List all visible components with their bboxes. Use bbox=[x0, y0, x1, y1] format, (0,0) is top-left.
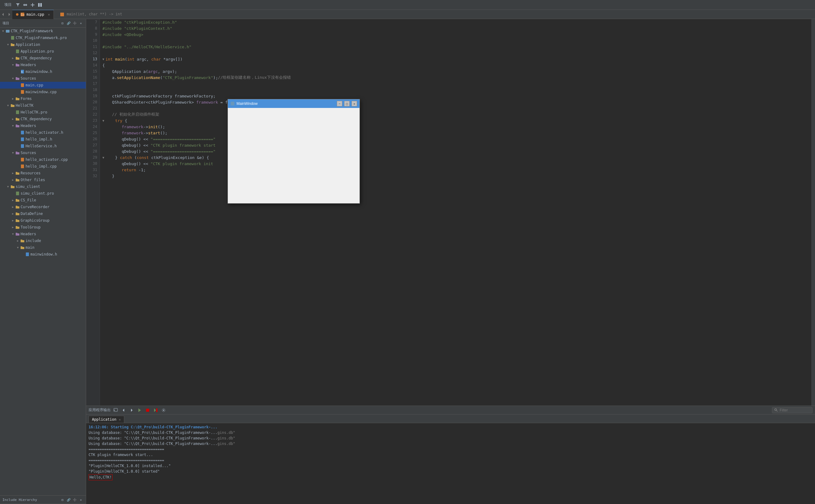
tree-item-other-files[interactable]: Other files bbox=[0, 177, 86, 183]
svg-rect-2 bbox=[38, 3, 40, 7]
terminal-icon[interactable] bbox=[113, 407, 119, 413]
code-token: try bbox=[105, 118, 125, 123]
tree-item-simu-client[interactable]: simu_client bbox=[0, 183, 86, 190]
sidebar-bottom-close-icon[interactable]: ✕ bbox=[78, 497, 83, 502]
tree-item-helloservice-h[interactable]: HelloService.h bbox=[0, 143, 86, 149]
sidebar-close-icon[interactable]: ✕ bbox=[78, 21, 83, 26]
tree-item-resources[interactable]: Resources bbox=[0, 170, 86, 177]
tree-label: CTK_dependency bbox=[21, 117, 52, 121]
tree-label: Application.pro bbox=[21, 49, 54, 54]
code-token: "CTK plugin framework start bbox=[151, 143, 216, 148]
tree-item-tool-group[interactable]: ToolGroup bbox=[0, 224, 86, 231]
filter-box[interactable] bbox=[772, 407, 813, 413]
output-line-9: "Plugin[HelloCTK_1.0.0] installed..." bbox=[89, 463, 813, 469]
next-icon[interactable] bbox=[129, 407, 135, 413]
code-token: qDebug bbox=[122, 161, 136, 166]
sidebar-bottom-link-icon[interactable]: 🔗 bbox=[66, 497, 71, 502]
tree-item-headers3[interactable]: Headers bbox=[0, 231, 86, 237]
breadcrumb: main(int, char **) -> int bbox=[60, 12, 122, 17]
ln-16: 16 bbox=[86, 74, 100, 81]
add-build-icon[interactable] bbox=[30, 2, 36, 8]
tree-item-ctk-plugin-framework[interactable]: CTK_PluginFramework bbox=[0, 28, 86, 34]
tree-item-simu-pro[interactable]: simu_client.pro bbox=[0, 190, 86, 197]
ln-27: 27 bbox=[86, 142, 100, 148]
tree-item-graphics-group[interactable]: GraphicsGroup bbox=[0, 217, 86, 224]
ln-25: 25 bbox=[86, 130, 100, 136]
win-close-button[interactable]: ✕ bbox=[352, 101, 357, 106]
tree-item-include[interactable]: include bbox=[0, 237, 86, 244]
sidebar-filter-icon[interactable]: ⊟ bbox=[60, 21, 65, 26]
tree-item-main-cpp[interactable]: main.cpp bbox=[0, 82, 86, 89]
stop-icon[interactable] bbox=[145, 407, 151, 413]
win-maximize-button[interactable]: □ bbox=[344, 101, 350, 106]
tree-arrow-ctk bbox=[1, 29, 6, 34]
tree-item-sources2[interactable]: Sources bbox=[0, 149, 86, 156]
tree-item-hello-activator-h[interactable]: hello_activator.h bbox=[0, 129, 86, 136]
tree-item-ctk-dep[interactable]: CTK_dependency bbox=[0, 55, 86, 62]
tree-item-hello-activator-cpp[interactable]: hello_activator.cpp bbox=[0, 156, 86, 163]
floating-mainwindow[interactable]: MainWindow − □ ✕ bbox=[228, 99, 360, 204]
sidebar-title: 项目 bbox=[2, 21, 9, 26]
filter-icon[interactable] bbox=[15, 2, 21, 8]
tree-arrow bbox=[10, 56, 15, 61]
tree-item-ctk-dep2[interactable]: CTK_dependency bbox=[0, 116, 86, 122]
app-tab-bar: Application ✕ bbox=[86, 415, 815, 423]
tree-item-mainwindow-h2[interactable]: mainwindow.h bbox=[0, 251, 86, 258]
app-tab-application[interactable]: Application ✕ bbox=[89, 416, 124, 423]
svg-rect-20 bbox=[16, 192, 19, 195]
editor-scrollbar[interactable] bbox=[811, 19, 815, 406]
code-editor[interactable]: #include "ctkPluginException.h" #include… bbox=[100, 19, 811, 406]
tree-item-curve-recorder[interactable]: CurveRecorder bbox=[0, 204, 86, 210]
svg-point-29 bbox=[775, 409, 777, 411]
svg-rect-8 bbox=[11, 36, 14, 40]
nav-back[interactable] bbox=[0, 11, 6, 18]
tree-item-ctk-pro[interactable]: CTK_PluginFramework.pro bbox=[0, 34, 86, 41]
code-token: > bbox=[192, 100, 197, 105]
tree-item-helloctk-pro[interactable]: HelloCTK.pro bbox=[0, 109, 86, 116]
tree-item-application[interactable]: Application bbox=[0, 41, 86, 48]
code-token: ( bbox=[125, 57, 127, 62]
link-icon[interactable] bbox=[22, 2, 28, 8]
sidebar-link-icon[interactable]: 🔗 bbox=[66, 21, 71, 26]
tab-dot bbox=[16, 13, 18, 16]
tree-label: Headers bbox=[21, 63, 36, 67]
nav-forward[interactable] bbox=[6, 11, 12, 18]
tab-main-cpp[interactable]: C++ main.cpp ✕ bbox=[12, 10, 54, 19]
tree-item-mainwindow-h[interactable]: h mainwindow.h bbox=[0, 68, 86, 75]
code-token bbox=[149, 155, 151, 160]
settings-icon[interactable] bbox=[161, 407, 167, 413]
tree-item-app-pro[interactable]: Application.pro bbox=[0, 48, 86, 55]
tree-item-data-define[interactable]: DataDefine bbox=[0, 210, 86, 217]
tree-item-main2[interactable]: main bbox=[0, 244, 86, 251]
close-tab-icon[interactable]: ✕ bbox=[48, 13, 50, 17]
play-icon[interactable] bbox=[137, 407, 143, 413]
tree-item-helloctk[interactable]: HelloCTK bbox=[0, 102, 86, 109]
tree-arrow bbox=[6, 42, 10, 47]
tree-item-cs-file[interactable]: CS_File bbox=[0, 197, 86, 204]
tree-item-sources[interactable]: Sources bbox=[0, 75, 86, 82]
ln-24: 24 bbox=[86, 124, 100, 130]
fold-arrow: ▼ bbox=[102, 58, 104, 61]
filter-input[interactable] bbox=[780, 408, 810, 412]
sidebar-bottom-add-icon[interactable]: ➕ bbox=[72, 497, 77, 502]
tree-item-headers2[interactable]: Headers bbox=[0, 122, 86, 129]
tree-item-forms[interactable]: Forms bbox=[0, 95, 86, 102]
code-line-29: ▼ } catch (const ctkPluginException &e) … bbox=[102, 154, 811, 161]
code-token bbox=[102, 149, 122, 154]
run-stop-icon[interactable] bbox=[153, 407, 159, 413]
sidebar-add-icon[interactable]: ➕ bbox=[72, 21, 77, 26]
folder-icon3 bbox=[15, 97, 20, 101]
tree-item-mainwindow-cpp[interactable]: mainwindow.cpp bbox=[0, 89, 86, 95]
code-token: -> bbox=[143, 125, 148, 129]
ln-21: 21 bbox=[86, 105, 100, 111]
sidebar-bottom-filter-icon[interactable]: ⊟ bbox=[60, 497, 65, 502]
split-icon[interactable] bbox=[37, 2, 43, 8]
tree-item-hello-impl-h[interactable]: hello_impl.h bbox=[0, 136, 86, 143]
prev-icon[interactable] bbox=[121, 407, 127, 413]
code-token: < bbox=[146, 100, 148, 105]
code-token: setApplicationName bbox=[117, 75, 160, 80]
win-minimize-button[interactable]: − bbox=[337, 101, 342, 106]
tree-item-hello-impl-cpp[interactable]: hello_impl.cpp bbox=[0, 163, 86, 170]
tree-item-headers[interactable]: Headers bbox=[0, 62, 86, 68]
close-app-tab-icon[interactable]: ✕ bbox=[119, 418, 121, 421]
